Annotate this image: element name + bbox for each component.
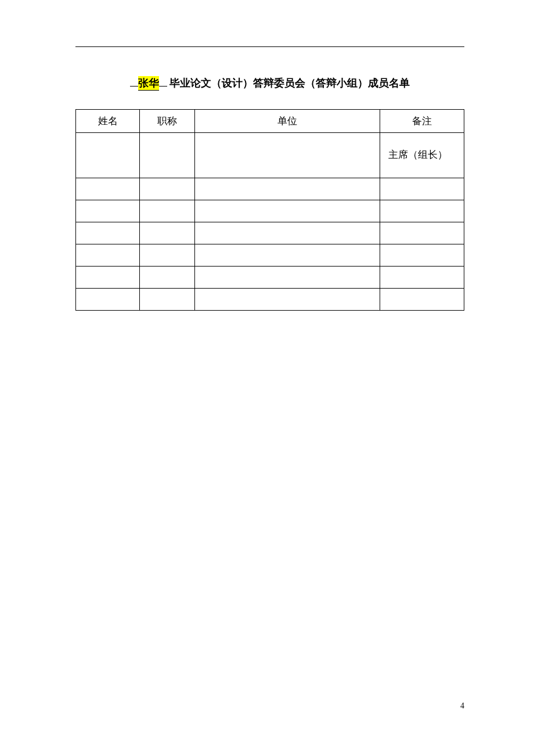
table-header-row: 姓名 职称 单位 备注 bbox=[76, 110, 464, 133]
cell-name bbox=[76, 133, 140, 178]
header-remark: 备注 bbox=[380, 110, 464, 133]
cell-unit bbox=[195, 222, 380, 244]
underline-left bbox=[130, 86, 138, 87]
underline-right bbox=[159, 86, 167, 87]
cell-remark bbox=[380, 244, 464, 267]
cell-name bbox=[76, 222, 140, 244]
cell-remark bbox=[380, 200, 464, 222]
document-title: 张华 毕业论文（设计）答辩委员会（答辩小组）成员名单 bbox=[75, 76, 464, 91]
cell-name bbox=[76, 289, 140, 311]
cell-remark bbox=[380, 222, 464, 244]
cell-name bbox=[76, 200, 140, 222]
cell-remark bbox=[380, 267, 464, 289]
header-rule bbox=[75, 46, 464, 47]
table-row bbox=[76, 244, 464, 267]
page-number: 4 bbox=[460, 701, 464, 711]
cell-unit bbox=[195, 244, 380, 267]
cell-remark: 主席（组长） bbox=[380, 133, 464, 178]
cell-name bbox=[76, 244, 140, 267]
title-suffix: 毕业论文（设计）答辩委员会（答辩小组）成员名单 bbox=[169, 77, 410, 89]
table-row bbox=[76, 289, 464, 311]
cell-title bbox=[140, 133, 195, 178]
cell-title bbox=[140, 244, 195, 267]
page-content: 张华 毕业论文（设计）答辩委员会（答辩小组）成员名单 姓名 职称 单位 备注 主… bbox=[0, 0, 534, 345]
cell-title bbox=[140, 178, 195, 200]
cell-unit bbox=[195, 267, 380, 289]
table-row: 主席（组长） bbox=[76, 133, 464, 178]
header-title: 职称 bbox=[140, 110, 195, 133]
cell-remark bbox=[380, 178, 464, 200]
cell-unit bbox=[195, 133, 380, 178]
table-row bbox=[76, 267, 464, 289]
cell-name bbox=[76, 178, 140, 200]
committee-table: 姓名 职称 单位 备注 主席（组长） bbox=[75, 109, 464, 311]
cell-title bbox=[140, 289, 195, 311]
cell-remark bbox=[380, 289, 464, 311]
cell-unit bbox=[195, 289, 380, 311]
highlighted-name: 张华 bbox=[138, 76, 159, 91]
cell-unit bbox=[195, 178, 380, 200]
cell-unit bbox=[195, 200, 380, 222]
cell-title bbox=[140, 200, 195, 222]
table-row bbox=[76, 200, 464, 222]
cell-title bbox=[140, 222, 195, 244]
cell-title bbox=[140, 267, 195, 289]
table-row bbox=[76, 178, 464, 200]
cell-name bbox=[76, 267, 140, 289]
header-unit: 单位 bbox=[195, 110, 380, 133]
header-name: 姓名 bbox=[76, 110, 140, 133]
table-row bbox=[76, 222, 464, 244]
